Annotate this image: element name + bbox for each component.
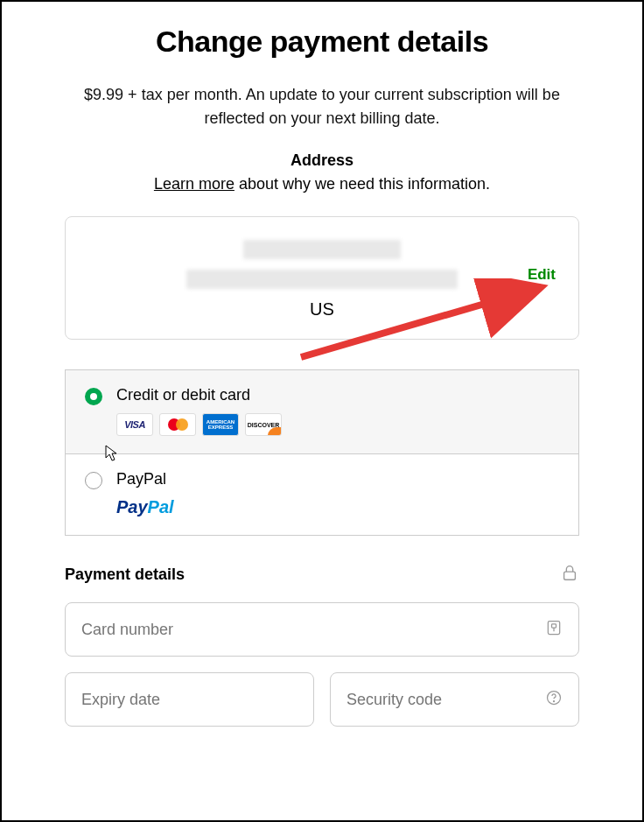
expiry-date-input[interactable]: Expiry date (65, 672, 314, 727)
cvc-placeholder: Security code (346, 691, 442, 709)
card-logo-row: VISA AMERICAN EXPRESS DISCOVER (116, 413, 559, 436)
expiry-placeholder: Expiry date (81, 691, 160, 709)
learn-more-link[interactable]: Learn more (154, 175, 234, 193)
paypal-method-label: PayPal (116, 470, 559, 488)
card-number-placeholder: Card number (81, 621, 173, 639)
address-line-redacted-1 (243, 240, 401, 259)
svg-rect-2 (552, 623, 556, 627)
visa-icon: VISA (116, 413, 153, 436)
discover-icon: DISCOVER (245, 413, 282, 436)
payment-details-heading: Payment details (65, 566, 185, 584)
address-heading: Address (65, 151, 579, 170)
payment-method-paypal[interactable]: PayPal PayPal (66, 454, 578, 535)
radio-paypal[interactable] (85, 472, 102, 489)
paypal-icon: PayPal (116, 497, 559, 517)
payment-method-group: Credit or debit card VISA AMERICAN EXPRE… (65, 369, 579, 536)
help-icon[interactable] (545, 689, 563, 711)
address-country: US (88, 299, 556, 320)
svg-rect-0 (564, 572, 576, 580)
security-code-input[interactable]: Security code (330, 672, 579, 727)
amex-icon: AMERICAN EXPRESS (202, 413, 239, 436)
lock-icon (560, 562, 579, 587)
cursor-icon (105, 445, 119, 466)
subscription-subtitle: $9.99 + tax per month. An update to your… (65, 83, 579, 130)
payment-method-card[interactable]: Credit or debit card VISA AMERICAN EXPRE… (66, 370, 578, 454)
card-number-input[interactable]: Card number (65, 602, 579, 657)
address-card: US Edit (65, 216, 579, 340)
edit-address-button[interactable]: Edit (528, 266, 556, 284)
address-info: Learn more about why we need this inform… (65, 175, 579, 193)
mastercard-icon (159, 413, 196, 436)
learn-more-rest: about why we need this information. (234, 175, 490, 193)
card-chip-icon (545, 619, 563, 641)
address-line-redacted-2 (186, 270, 458, 289)
svg-point-5 (554, 700, 555, 701)
card-method-label: Credit or debit card (116, 386, 559, 404)
radio-card[interactable] (85, 388, 102, 405)
page-title: Change payment details (65, 25, 579, 59)
